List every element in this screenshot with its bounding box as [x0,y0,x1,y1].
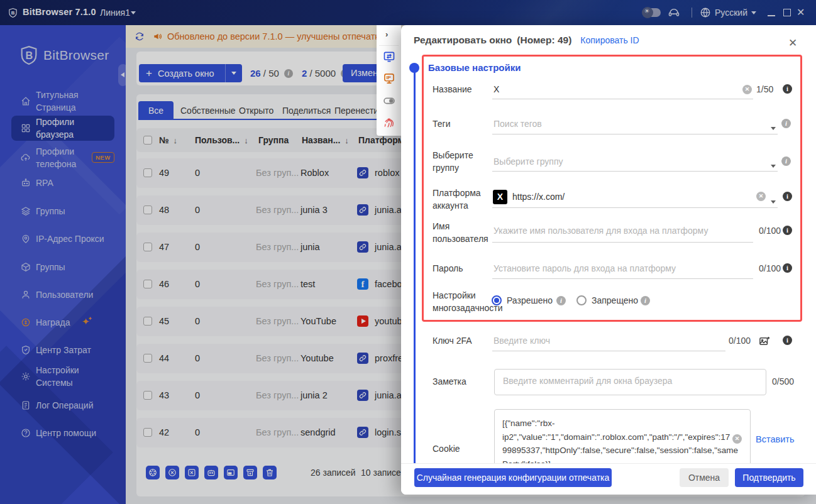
platform-input[interactable]: https://x.com/ [512,190,565,203]
tags-caret-icon[interactable] [771,121,776,133]
info-icon[interactable]: i [783,192,792,201]
radio-allowed[interactable] [492,295,502,305]
field-label-multitask: Настройки многозадачности [433,289,493,314]
field-label-group: Выберите группу [433,149,493,174]
window-sync-icon[interactable] [383,50,395,63]
collapse-panel-icon[interactable] [385,30,388,39]
section-title: Базовые настройки [428,62,521,74]
modal-title: Редактировать окно [414,35,512,46]
field-label-note: Заметка [433,375,493,388]
password-input[interactable]: Установите пароль для входа на платформу [493,262,676,275]
info-icon[interactable]: i [783,263,792,273]
note-counter: 0/500 [772,375,794,388]
input-underline [492,99,753,99]
info-icon[interactable]: i [783,226,792,235]
copy-id-link[interactable]: Копировать ID [580,35,639,45]
modal-window-number: (Номер: 49) [517,35,571,46]
panel-divider [379,45,399,46]
ip-panel-icon[interactable]: IP [383,72,395,85]
key2fa-counter: 0/100 [729,334,751,347]
paste-link[interactable]: Вставить [756,433,794,446]
radio-forbidden[interactable] [576,295,587,305]
input-underline [492,207,778,208]
info-icon[interactable]: i [781,119,791,128]
input-underline [492,134,778,134]
note-textarea[interactable]: Введите комментарий для окна браузера [494,369,766,395]
info-icon[interactable]: i [783,84,792,94]
field-label-platform: Платформа аккаунта [433,187,493,212]
group-caret-icon[interactable] [771,159,776,170]
input-underline [492,242,753,243]
name-input[interactable]: X [493,83,499,96]
field-label-tags: Теги [433,118,493,130]
modal-footer: Случайная генерация конфигурации отпечат… [401,463,816,495]
input-underline [492,278,753,279]
fingerprint-icon[interactable] [383,117,395,129]
info-icon[interactable]: i [556,296,566,305]
clear-platform-icon[interactable] [756,192,766,201]
password-counter: 0/100 [759,262,781,275]
modal-header: Редактировать окно (Номер: 49) Копироват… [414,30,639,50]
radio-allowed-label[interactable]: Разрешено [507,294,553,307]
anchor-rail [414,68,416,463]
info-icon[interactable]: i [641,296,650,305]
username-input[interactable]: Укажите имя пользователя для входа на пл… [493,224,708,237]
x-platform-icon: X [493,190,507,204]
edit-window-modal: Редактировать окно (Номер: 49) Копироват… [401,25,816,495]
clear-name-icon[interactable] [742,85,752,94]
key2fa-input[interactable]: Введите ключ [493,334,550,347]
svg-text:IP: IP [386,75,390,80]
input-underline [492,351,725,351]
platform-caret-icon[interactable] [771,195,776,206]
field-label-password: Пароль [433,262,493,275]
field-label-username: Имя пользователя [433,220,493,245]
input-underline [492,171,778,172]
tags-select[interactable]: Поиск тегов [493,118,542,130]
group-select[interactable]: Выберите группу [493,155,563,168]
upload-image-icon[interactable] [759,336,770,347]
name-counter: 1/50 [756,83,773,96]
modal-close-icon[interactable] [786,36,800,50]
clear-cookie-icon[interactable] [732,434,742,444]
field-label-key2fa: Ключ 2FA [433,334,493,347]
field-label-cookie: Cookie [433,442,493,455]
radio-forbidden-label[interactable]: Запрещено [592,294,638,307]
random-fingerprint-button[interactable]: Случайная генерация конфигурации отпечат… [414,468,612,487]
quick-panel: IP [377,25,401,136]
info-icon[interactable]: i [783,336,792,345]
username-counter: 0/100 [759,224,781,237]
field-label-name: Название [433,83,493,96]
switch-icon[interactable] [383,94,395,107]
confirm-button[interactable]: Подтвердить [735,468,803,487]
info-icon[interactable]: i [781,156,791,166]
cancel-button[interactable]: Отмена [680,468,729,487]
